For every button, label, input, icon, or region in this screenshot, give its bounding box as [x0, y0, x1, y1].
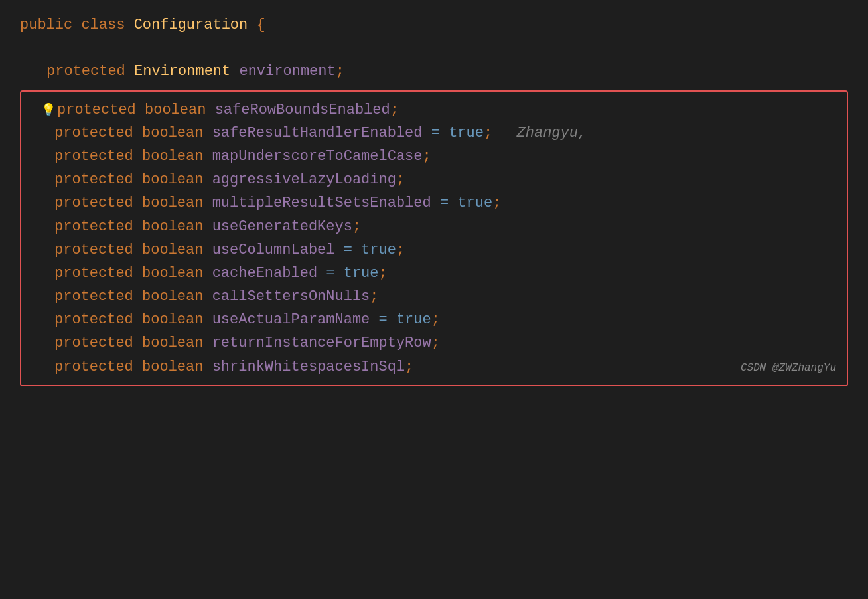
var-7: useColumnLabel [212, 238, 335, 262]
field-row-8: protected boolean cacheEnabled = true; [41, 262, 833, 285]
semi-12: ; [405, 355, 413, 379]
kw-p5: protected [54, 191, 133, 214]
semi-8: ; [379, 262, 388, 285]
var-11: returnInstanceForEmptyRow [212, 331, 431, 355]
field-row-1: 💡protected boolean safeRowBoundsEnabled; [41, 98, 833, 122]
op-10: = [370, 308, 396, 331]
semi-6: ; [352, 215, 361, 238]
val-8: true [344, 262, 379, 285]
var-12: shrinkWhitespacesInSql [212, 355, 405, 379]
kw-b2: boolean [142, 122, 203, 145]
kw-p1: protected [57, 98, 136, 122]
var-1: safeRowBoundsEnabled [215, 98, 390, 122]
kw-b8: boolean [142, 262, 203, 285]
field-row-2: protected boolean safeResultHandlerEnabl… [41, 122, 833, 145]
kw-p9: protected [54, 285, 133, 308]
var-4: aggressiveLazyLoading [212, 168, 396, 191]
field-row-4: protected boolean aggressiveLazyLoading; [41, 168, 833, 191]
semi-2: ; [484, 122, 492, 145]
val-10: true [396, 308, 431, 331]
kw-b5: boolean [142, 191, 203, 214]
kw-b7: boolean [142, 238, 203, 262]
kw-p6: protected [54, 215, 133, 238]
field-row-7: protected boolean useColumnLabel = true; [41, 238, 833, 262]
keyword-class: class [81, 13, 125, 37]
kw-b11: boolean [142, 331, 203, 355]
kw-p10: protected [54, 308, 133, 331]
kw-p11: protected [54, 331, 133, 355]
highlighted-fields-box: 💡protected boolean safeRowBoundsEnabled;… [20, 90, 848, 386]
kw-b10: boolean [142, 308, 203, 331]
field-row-9: protected boolean callSettersOnNulls; [41, 285, 833, 308]
var-10: useActualParamName [212, 308, 370, 331]
field-row-5: protected boolean multipleResultSetsEnab… [41, 191, 833, 214]
open-brace: { [256, 13, 265, 37]
kw-p7: protected [54, 238, 133, 262]
semi-9: ; [370, 285, 378, 308]
op-2: = [423, 122, 449, 145]
code-container: public class Configuration { protected E… [20, 13, 848, 586]
field-row-11: protected boolean returnInstanceForEmpty… [41, 331, 833, 355]
semi-4: ; [396, 168, 405, 191]
class-declaration-line: public class Configuration { [20, 13, 848, 37]
val-5: true [457, 191, 492, 214]
field-row-12: protected boolean shrinkWhitespacesInSql… [41, 355, 833, 379]
kw-p8: protected [54, 262, 133, 285]
kw-b12: boolean [142, 355, 203, 379]
semi-7: ; [396, 238, 405, 262]
var-2: safeResultHandlerEnabled [212, 122, 423, 145]
keyword-public: public [20, 13, 72, 37]
kw-b4: boolean [142, 168, 203, 191]
bulb-icon: 💡 [41, 101, 56, 120]
type-environment: Environment [134, 60, 230, 83]
var-9: callSettersOnNulls [212, 285, 370, 308]
var-8: cacheEnabled [212, 262, 317, 285]
env-field-line: protected Environment environment ; [20, 60, 848, 83]
field-row-3: protected boolean mapUnderscoreToCamelCa… [41, 145, 833, 168]
watermark: CSDN @ZWZhangYu [741, 360, 836, 377]
kw-b6: boolean [142, 215, 203, 238]
keyword-protected-env: protected [46, 60, 125, 83]
op-8: = [317, 262, 344, 285]
var-5: multipleResultSetsEnabled [212, 191, 431, 214]
empty-line-1 [20, 37, 848, 60]
val-7: true [361, 238, 396, 262]
comment-2: Zhangyu, [499, 122, 587, 145]
op-7: = [335, 238, 362, 262]
kw-p4: protected [54, 168, 133, 191]
kw-b3: boolean [142, 145, 203, 168]
var-3: mapUnderscoreToCamelCase [212, 145, 423, 168]
field-row-10: protected boolean useActualParamName = t… [41, 308, 833, 331]
var-environment: environment [239, 60, 335, 83]
kw-p3: protected [54, 145, 133, 168]
val-2: true [449, 122, 484, 145]
semi-11: ; [431, 331, 440, 355]
kw-p12: protected [54, 355, 133, 379]
semi-10: ; [431, 308, 440, 331]
semi-1: ; [390, 98, 399, 122]
op-5: = [431, 191, 458, 214]
semicolon-env: ; [336, 60, 344, 83]
class-name: Configuration [134, 13, 248, 37]
var-6: useGeneratedKeys [212, 215, 352, 238]
field-row-6: protected boolean useGeneratedKeys; [41, 215, 833, 238]
semi-3: ; [423, 145, 431, 168]
kw-b1: boolean [145, 98, 206, 122]
kw-b9: boolean [142, 285, 203, 308]
semi-5: ; [492, 191, 501, 214]
kw-p2: protected [54, 122, 133, 145]
